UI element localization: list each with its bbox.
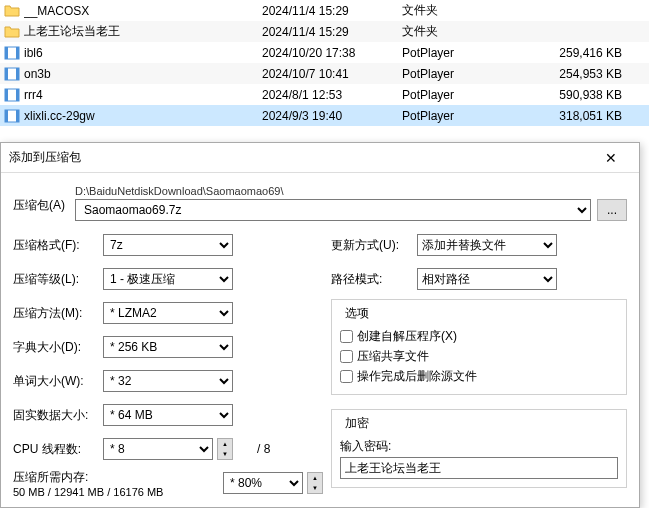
svg-rect-5	[16, 68, 19, 80]
level-label: 压缩等级(L):	[13, 271, 103, 288]
file-size: 259,416 KB	[522, 46, 632, 60]
archive-name-input[interactable]: Saomaomao69.7z	[75, 199, 591, 221]
file-name: on3b	[24, 67, 262, 81]
encryption-fieldset: 加密 输入密码:	[331, 409, 627, 488]
file-date: 2024/11/4 15:29	[262, 4, 402, 18]
file-row[interactable]: __MACOSX 2024/11/4 15:29 文件夹	[0, 0, 649, 21]
solid-label: 固实数据大小:	[13, 407, 103, 424]
mem-value: 50 MB / 12941 MB / 16176 MB	[13, 486, 223, 498]
file-type: PotPlayer	[402, 46, 522, 60]
cpu-max: / 8	[257, 442, 270, 456]
pwd-label: 输入密码:	[340, 438, 618, 455]
opt-sfx-checkbox[interactable]	[340, 330, 353, 343]
file-name: xlixli.cc-29gw	[24, 109, 262, 123]
svg-rect-10	[5, 110, 8, 122]
file-type: PotPlayer	[402, 88, 522, 102]
file-row[interactable]: ibl6 2024/10/20 17:38 PotPlayer 259,416 …	[0, 42, 649, 63]
file-type: PotPlayer	[402, 109, 522, 123]
dialog-title: 添加到压缩包	[9, 149, 591, 166]
folder-icon	[4, 24, 20, 40]
format-select[interactable]: 7z	[103, 234, 233, 256]
svg-rect-8	[16, 89, 19, 101]
video-file-icon	[4, 66, 20, 82]
file-name: rrr4	[24, 88, 262, 102]
file-size: 590,938 KB	[522, 88, 632, 102]
cpu-label: CPU 线程数:	[13, 441, 103, 458]
titlebar[interactable]: 添加到压缩包 ✕	[1, 143, 639, 173]
file-row[interactable]: on3b 2024/10/7 10:41 PotPlayer 254,953 K…	[0, 63, 649, 84]
cpu-select[interactable]: * 8	[103, 438, 213, 460]
format-label: 压缩格式(F):	[13, 237, 103, 254]
svg-rect-11	[16, 110, 19, 122]
update-label: 更新方式(U):	[331, 237, 417, 254]
pathmode-select[interactable]: 相对路径	[417, 268, 557, 290]
word-label: 单词大小(W):	[13, 373, 103, 390]
update-select[interactable]: 添加并替换文件	[417, 234, 557, 256]
close-button[interactable]: ✕	[591, 144, 631, 172]
video-file-icon	[4, 108, 20, 124]
file-type: 文件夹	[402, 23, 522, 40]
folder-icon	[4, 3, 20, 19]
archive-label: 压缩包(A)	[13, 183, 69, 214]
svg-rect-1	[5, 47, 8, 59]
file-row[interactable]: xlixli.cc-29gw 2024/9/3 19:40 PotPlayer …	[0, 105, 649, 126]
video-file-icon	[4, 45, 20, 61]
file-date: 2024/8/1 12:53	[262, 88, 402, 102]
svg-rect-2	[16, 47, 19, 59]
mem-pct-select[interactable]: * 80%	[223, 472, 303, 494]
method-label: 压缩方法(M):	[13, 305, 103, 322]
file-row[interactable]: rrr4 2024/8/1 12:53 PotPlayer 590,938 KB	[0, 84, 649, 105]
file-date: 2024/10/20 17:38	[262, 46, 402, 60]
file-size: 318,051 KB	[522, 109, 632, 123]
opt-sfx-row[interactable]: 创建自解压程序(X)	[340, 326, 618, 346]
opt-shared-checkbox[interactable]	[340, 350, 353, 363]
file-row[interactable]: 上老王论坛当老王 2024/11/4 15:29 文件夹	[0, 21, 649, 42]
file-name: __MACOSX	[24, 4, 262, 18]
method-select[interactable]: * LZMA2	[103, 302, 233, 324]
svg-rect-4	[5, 68, 8, 80]
file-date: 2024/10/7 10:41	[262, 67, 402, 81]
opt-delete-row[interactable]: 操作完成后删除源文件	[340, 366, 618, 386]
file-type: PotPlayer	[402, 67, 522, 81]
dict-label: 字典大小(D):	[13, 339, 103, 356]
solid-select[interactable]: * 64 MB	[103, 404, 233, 426]
level-select[interactable]: 1 - 极速压缩	[103, 268, 233, 290]
enc-title: 加密	[342, 415, 372, 432]
dict-select[interactable]: * 256 KB	[103, 336, 233, 358]
word-select[interactable]: * 32	[103, 370, 233, 392]
file-list: __MACOSX 2024/11/4 15:29 文件夹 上老王论坛当老王 20…	[0, 0, 649, 126]
file-size: 254,953 KB	[522, 67, 632, 81]
video-file-icon	[4, 87, 20, 103]
opt-shared-row[interactable]: 压缩共享文件	[340, 346, 618, 366]
mem-label: 压缩所需内存:	[13, 469, 223, 486]
options-fieldset: 选项 创建自解压程序(X) 压缩共享文件 操作完成后删除源文件	[331, 299, 627, 395]
file-date: 2024/9/3 19:40	[262, 109, 402, 123]
add-to-archive-dialog: 添加到压缩包 ✕ 压缩包(A) D:\BaiduNetdiskDownload\…	[0, 142, 640, 508]
file-type: 文件夹	[402, 2, 522, 19]
options-title: 选项	[342, 305, 372, 322]
file-date: 2024/11/4 15:29	[262, 25, 402, 39]
file-name: 上老王论坛当老王	[24, 23, 262, 40]
opt-delete-checkbox[interactable]	[340, 370, 353, 383]
pathmode-label: 路径模式:	[331, 271, 417, 288]
password-input[interactable]	[340, 457, 618, 479]
cpu-spinner[interactable]: ▲▼	[217, 438, 233, 460]
file-name: ibl6	[24, 46, 262, 60]
svg-rect-7	[5, 89, 8, 101]
mem-spinner[interactable]: ▲▼	[307, 472, 323, 494]
browse-button[interactable]: ...	[597, 199, 627, 221]
archive-path: D:\BaiduNetdiskDownload\Saomaomao69\	[75, 183, 627, 199]
